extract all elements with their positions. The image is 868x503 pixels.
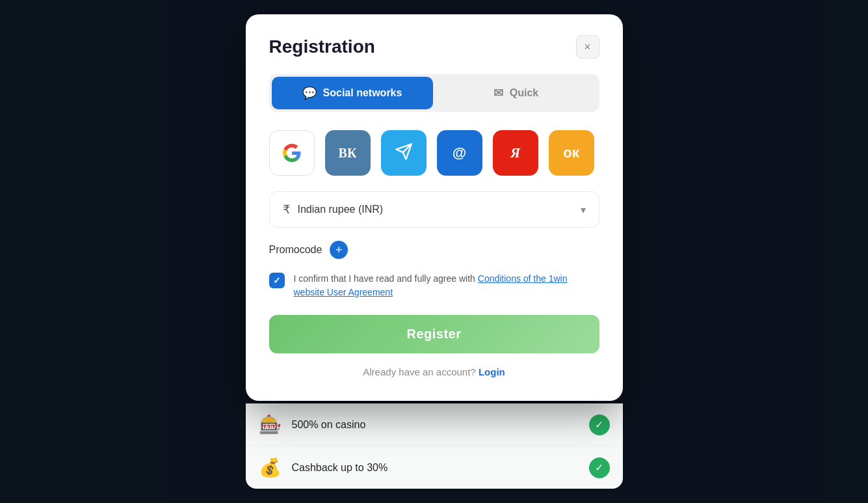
modal-wrapper: Registration × 💬 Social networks ✉ Quick — [246, 14, 623, 489]
agreement-row: ✓ I confirm that I have read and fully a… — [269, 272, 599, 299]
cashback-promo-verified-icon: ✓ — [589, 457, 610, 478]
tabs-container: 💬 Social networks ✉ Quick — [269, 74, 599, 112]
google-login-button[interactable] — [269, 130, 315, 176]
close-button[interactable]: × — [576, 35, 599, 59]
promo-banners: 🎰 500% on casino ✓ 💰 Cashback up to 30% … — [246, 403, 623, 489]
add-promocode-button[interactable]: + — [330, 241, 348, 259]
social-networks-tab-label: Social networks — [323, 87, 402, 99]
register-button[interactable]: Register — [269, 315, 599, 353]
cashback-icon: 💰 — [259, 457, 282, 478]
yandex-icon: Я — [510, 144, 520, 161]
chevron-down-icon: ▾ — [581, 204, 586, 216]
login-row: Already have an account? Login — [269, 366, 599, 377]
promo-casino: 🎰 500% on casino ✓ — [246, 403, 623, 446]
vk-login-button[interactable]: ВК — [325, 130, 371, 176]
mail-login-button[interactable]: @ — [437, 130, 482, 176]
promo-cashback: 💰 Cashback up to 30% ✓ — [246, 446, 623, 489]
casino-promo-verified-icon: ✓ — [589, 415, 610, 435]
agreement-text: I confirm that I have read and fully agr… — [294, 272, 599, 299]
modal-title: Registration — [269, 36, 375, 57]
modal-header: Registration × — [269, 35, 599, 59]
mail-icon: @ — [453, 144, 466, 161]
quick-tab-label: Quick — [510, 87, 538, 99]
tab-social-networks[interactable]: 💬 Social networks — [272, 77, 433, 109]
casino-icon: 🎰 — [259, 414, 282, 435]
cashback-promo-text: Cashback up to 30% — [292, 462, 579, 474]
agreement-checkbox[interactable]: ✓ — [269, 273, 285, 288]
telegram-login-button[interactable] — [381, 130, 427, 176]
login-link[interactable]: Login — [479, 366, 505, 377]
yandex-login-button[interactable]: Я — [493, 130, 538, 176]
login-prompt: Already have an account? — [363, 366, 475, 377]
vk-icon: ВК — [339, 146, 357, 161]
currency-label: Indian rupee (INR) — [298, 204, 384, 215]
ok-icon: ок — [563, 144, 579, 161]
promocode-row: Promocode + — [269, 241, 599, 259]
ok-login-button[interactable]: ок — [549, 130, 594, 176]
agreement-prefix: I confirm that I have read and fully agr… — [294, 273, 478, 284]
checkbox-check-icon: ✓ — [273, 275, 281, 286]
telegram-icon — [395, 143, 413, 164]
promocode-label: Promocode — [269, 244, 322, 256]
tab-quick[interactable]: ✉ Quick — [436, 77, 597, 109]
registration-modal: Registration × 💬 Social networks ✉ Quick — [246, 14, 623, 401]
casino-promo-text: 500% on casino — [292, 419, 579, 431]
social-networks-tab-icon: 💬 — [302, 86, 317, 100]
quick-tab-icon: ✉ — [493, 86, 503, 100]
currency-selector[interactable]: ₹ Indian rupee (INR) ▾ — [269, 191, 599, 228]
social-icons-row: ВК @ Я ок — [269, 130, 599, 176]
currency-left: ₹ Indian rupee (INR) — [283, 202, 384, 217]
rupee-icon: ₹ — [283, 202, 290, 217]
